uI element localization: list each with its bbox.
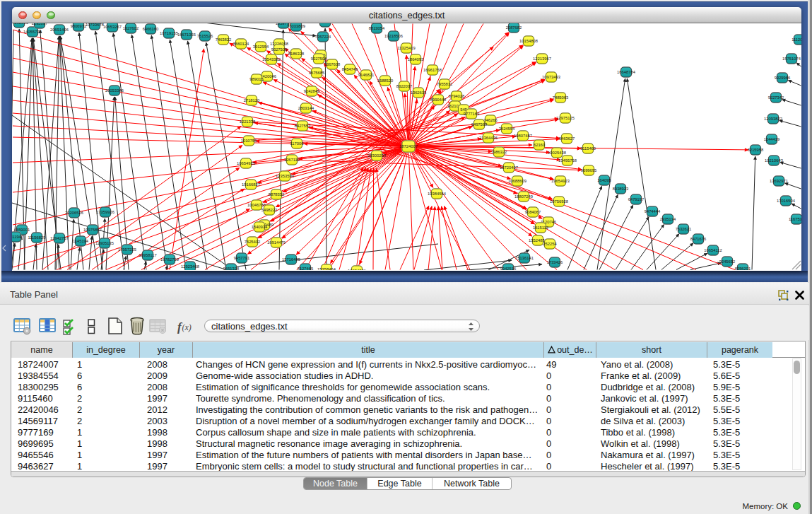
svg-text:3911947: 3911947 bbox=[12, 235, 23, 239]
svg-text:14292803: 14292803 bbox=[12, 23, 28, 25]
svg-text:7625402: 7625402 bbox=[245, 240, 261, 244]
svg-text:1362615: 1362615 bbox=[411, 90, 427, 95]
svg-text:7955812: 7955812 bbox=[437, 82, 453, 86]
svg-text:8454749: 8454749 bbox=[342, 67, 358, 71]
svg-text:15751074: 15751074 bbox=[782, 57, 801, 61]
svg-text:9084067: 9084067 bbox=[525, 210, 541, 214]
svg-text:5498222: 5498222 bbox=[261, 208, 278, 212]
svg-text:10210643: 10210643 bbox=[765, 158, 783, 163]
svg-text:10756928: 10756928 bbox=[550, 199, 568, 204]
svg-text:14055724: 14055724 bbox=[23, 30, 42, 34]
svg-text:989015: 989015 bbox=[249, 77, 263, 81]
svg-text:2087682: 2087682 bbox=[506, 25, 522, 30]
svg-text:9146821: 9146821 bbox=[358, 73, 375, 77]
svg-text:62160: 62160 bbox=[534, 143, 545, 147]
svg-text:12213967: 12213967 bbox=[533, 57, 551, 61]
svg-text:2935134: 2935134 bbox=[660, 217, 676, 221]
svg-text:7485063: 7485063 bbox=[553, 95, 569, 100]
svg-text:11325419: 11325419 bbox=[397, 46, 415, 50]
svg-text:1112043: 1112043 bbox=[792, 37, 801, 42]
svg-text:1221338: 1221338 bbox=[240, 119, 256, 124]
svg-text:252254: 252254 bbox=[543, 242, 557, 246]
svg-text:9115460: 9115460 bbox=[580, 146, 596, 151]
svg-text:10975857: 10975857 bbox=[83, 228, 102, 232]
svg-text:12093822: 12093822 bbox=[764, 117, 782, 121]
svg-text:10046786: 10046786 bbox=[247, 203, 266, 207]
svg-text:10654925: 10654925 bbox=[237, 161, 255, 165]
svg-text:8660124: 8660124 bbox=[233, 42, 249, 46]
svg-text:3912954: 3912954 bbox=[253, 45, 269, 49]
svg-text:2295397: 2295397 bbox=[32, 23, 48, 25]
svg-text:9806972: 9806972 bbox=[71, 24, 87, 28]
svg-text:9227342: 9227342 bbox=[768, 95, 784, 100]
svg-text:7632621: 7632621 bbox=[676, 227, 692, 231]
svg-text:6794028: 6794028 bbox=[449, 94, 465, 98]
svg-text:9699695: 9699695 bbox=[581, 168, 597, 173]
svg-text:10154808: 10154808 bbox=[519, 39, 538, 43]
svg-text:19166827: 19166827 bbox=[242, 182, 260, 187]
svg-text:7463822: 7463822 bbox=[216, 37, 232, 42]
svg-text:9463627: 9463627 bbox=[559, 136, 575, 141]
svg-text:8215958: 8215958 bbox=[748, 148, 764, 152]
svg-text:17957225: 17957225 bbox=[118, 247, 136, 252]
svg-text:9154776: 9154776 bbox=[317, 23, 334, 24]
svg-text:7357224: 7357224 bbox=[315, 35, 331, 39]
svg-text:9457791: 9457791 bbox=[234, 256, 250, 260]
svg-text:15136141: 15136141 bbox=[515, 256, 534, 260]
svg-text:8322037: 8322037 bbox=[396, 84, 413, 88]
svg-text:16782759: 16782759 bbox=[160, 257, 179, 262]
svg-text:19384554: 19384554 bbox=[428, 192, 447, 196]
svg-text:9474444: 9474444 bbox=[645, 209, 661, 214]
svg-text:10807487: 10807487 bbox=[514, 134, 532, 138]
svg-text:11156829: 11156829 bbox=[28, 235, 46, 240]
svg-text:20206526: 20206526 bbox=[65, 211, 83, 215]
svg-text:12975125: 12975125 bbox=[556, 116, 575, 120]
svg-text:15358454: 15358454 bbox=[317, 267, 336, 270]
svg-text:13692971: 13692971 bbox=[770, 179, 788, 183]
svg-text:8127465: 8127465 bbox=[298, 267, 314, 270]
svg-text:9245652: 9245652 bbox=[719, 259, 736, 264]
svg-text:18724007: 18724007 bbox=[399, 144, 418, 148]
svg-text:8356201: 8356201 bbox=[735, 267, 751, 270]
svg-text:6479197: 6479197 bbox=[628, 197, 645, 201]
svg-text:6466160: 6466160 bbox=[143, 27, 159, 31]
svg-text:1733426: 1733426 bbox=[547, 260, 563, 264]
svg-text:7986322: 7986322 bbox=[491, 150, 507, 154]
svg-text:9777169: 9777169 bbox=[464, 112, 480, 116]
svg-text:8938923: 8938923 bbox=[613, 187, 629, 191]
svg-text:8813054: 8813054 bbox=[369, 26, 385, 30]
svg-text:10719155: 10719155 bbox=[160, 31, 178, 35]
svg-text:(x): (x) bbox=[182, 322, 192, 332]
svg-text:16914479: 16914479 bbox=[267, 240, 286, 245]
svg-text:10958117: 10958117 bbox=[139, 253, 156, 257]
svg-text:8186328: 8186328 bbox=[288, 52, 305, 56]
svg-text:20691406: 20691406 bbox=[50, 28, 69, 32]
svg-text:1244419: 1244419 bbox=[764, 137, 780, 141]
svg-text:9342516: 9342516 bbox=[500, 267, 517, 270]
svg-text:29300293: 29300293 bbox=[367, 153, 386, 158]
svg-text:15716485: 15716485 bbox=[282, 257, 300, 262]
svg-text:21364436: 21364436 bbox=[479, 136, 498, 140]
svg-text:1010755: 1010755 bbox=[241, 139, 257, 143]
svg-text:7515526: 7515526 bbox=[197, 34, 213, 38]
svg-text:3624554: 3624554 bbox=[499, 127, 515, 131]
svg-text:10688609: 10688609 bbox=[508, 179, 526, 183]
svg-text:9327508: 9327508 bbox=[311, 57, 327, 61]
svg-text:9327509: 9327509 bbox=[271, 47, 288, 52]
svg-text:8990448: 8990448 bbox=[430, 98, 447, 102]
svg-text:16648784: 16648784 bbox=[617, 70, 636, 74]
svg-text:15720407: 15720407 bbox=[500, 165, 518, 170]
svg-text:10654112: 10654112 bbox=[704, 248, 722, 252]
svg-text:18807249: 18807249 bbox=[514, 194, 533, 199]
svg-text:10653267: 10653267 bbox=[103, 25, 122, 29]
svg-text:164095: 164095 bbox=[597, 178, 611, 182]
svg-text:12353594: 12353594 bbox=[276, 174, 295, 178]
svg-text:1864093: 1864093 bbox=[408, 57, 424, 62]
svg-text:13495758: 13495758 bbox=[558, 158, 577, 163]
svg-text:2803144: 2803144 bbox=[298, 106, 314, 110]
svg-text:1540934: 1540934 bbox=[252, 225, 268, 229]
svg-text:12923468: 12923468 bbox=[181, 264, 199, 269]
svg-text:20053346: 20053346 bbox=[105, 88, 124, 93]
svg-text:12942757: 12942757 bbox=[50, 236, 69, 240]
svg-text:1167534: 1167534 bbox=[789, 217, 801, 221]
